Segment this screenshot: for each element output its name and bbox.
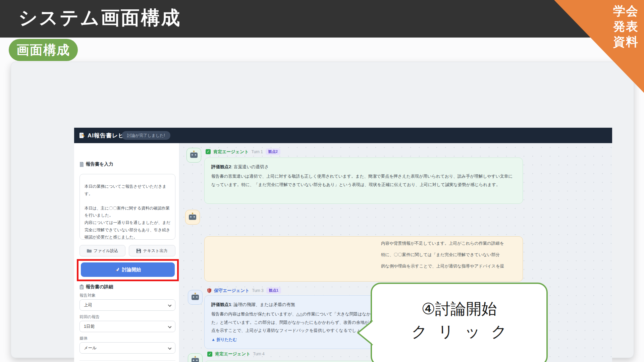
message-title: 評価観点2: 言葉遣いの適切さ [211, 163, 516, 171]
agent-name: 保守エージェント [214, 288, 250, 294]
message-header: ✓ 肯定エージェント Turn 4 [207, 351, 265, 357]
callout-text-line1: ④討論開始 [372, 299, 546, 319]
check-icon: ✓ [206, 149, 211, 154]
robot-icon [192, 358, 199, 362]
check-icon: ✓ [207, 352, 212, 357]
collapse-link[interactable]: ▲ 折りたたむ [211, 336, 237, 344]
chevron-down-icon [168, 303, 172, 307]
message-body: 報告書の言葉遣いは適切で、上司に対する敬語も正しく使用されています。また、簡潔で… [211, 172, 516, 189]
sidebar: 報告書を入力 本日の業務についてご報告させていただきます。 本日は、主に〇〇案件… [74, 143, 179, 362]
message-header: 保守エージェント Turn 3 観点1 [207, 287, 281, 294]
agent-name: 肯定エージェント [215, 351, 251, 357]
report-target-select[interactable]: 上司 [79, 299, 175, 311]
robot-icon [192, 295, 199, 300]
agent-avatar [186, 148, 201, 163]
start-discussion-button[interactable]: 討論開始 [81, 262, 175, 277]
message-body-fragment: 特に、〇〇案件に関しては「まだ完全に理解できていない部分 [381, 251, 500, 259]
agent-avatar [185, 210, 200, 225]
rocket-icon [115, 267, 119, 272]
section-badge: 画面構成 [9, 39, 78, 61]
ribbon-text: 学会 発表 資料 [613, 3, 639, 50]
message-bubble: 評価観点2: 言葉遣いの適切さ 報告書の言葉遣いは適切で、上司に対する敬語も正し… [204, 158, 523, 204]
viewpoint-badge: 観点2 [266, 148, 280, 155]
document-icon [79, 162, 84, 167]
message-body-fragment: 的な例や理由を示すことで、上司が適切な指導やアドバイスを提 [381, 262, 504, 270]
agent-avatar [188, 353, 203, 362]
robot-icon [190, 153, 198, 158]
chevron-down-icon [168, 325, 172, 328]
turn-label: Turn 3 [252, 288, 264, 293]
turn-label: Turn 1 [252, 149, 263, 154]
memo-icon [79, 132, 85, 138]
status-badge: 討論が完了しました! [122, 131, 170, 140]
chevron-down-icon [168, 346, 172, 350]
screenshot-card: AI報告書レビュー 討論が完了しました! 報告書を入力 本日の業務についてご報告… [11, 62, 634, 358]
callout-text-line2: クリック [372, 321, 546, 342]
report-textarea[interactable]: 本日の業務についてご報告させていただきます。 本日は、主に〇〇案件に関する資料の… [79, 174, 175, 240]
medium-label: 媒体 [79, 336, 88, 341]
app-header: AI報告書レビュー 討論が完了しました! [74, 128, 612, 143]
report-details-heading: 報告書の詳細 [79, 284, 113, 290]
presentation-slide: システム画面構成 画面構成 AI報告書レビュー 討論が完了しました! [0, 0, 644, 362]
shield-icon [207, 288, 211, 293]
clipboard-icon [79, 285, 84, 290]
chat-area: ✓ 肯定エージェント Turn 1 観点2 評価観点2: 言葉遣いの適切さ 報告… [179, 143, 612, 362]
message-body-fragment: 内容や背景情報が不足しています。上司がこれらの作業の詳細を [381, 239, 504, 247]
divider [79, 360, 175, 361]
slide-title-bar: システム画面構成 [0, 0, 644, 38]
annotation-callout: ④討論開始 クリック [371, 283, 548, 362]
app-window: AI報告書レビュー 討論が完了しました! 報告書を入力 本日の業務についてご報告… [74, 128, 612, 362]
message-header: ✓ 肯定エージェント Turn 1 観点2 [206, 148, 280, 155]
agent-avatar [188, 290, 203, 305]
floppy-disk-icon [137, 249, 141, 253]
folder-icon [87, 249, 92, 253]
turn-label: Turn 4 [253, 352, 265, 356]
slide-title: システム画面構成 [18, 5, 181, 31]
previous-report-select[interactable]: 1日前 [79, 321, 175, 332]
robot-icon [189, 215, 196, 220]
report-target-label: 報告対象 [79, 293, 96, 298]
previous-report-label: 前回の報告 [79, 314, 100, 320]
report-input-heading: 報告書を入力 [79, 161, 113, 167]
file-load-button[interactable]: ファイル読込 [79, 245, 125, 256]
callout-tail [357, 320, 373, 346]
text-export-button[interactable]: テキスト出力 [129, 245, 175, 256]
message-bubble: 内容や背景情報が不足しています。上司がこれらの作業の詳細を 特に、〇〇案件に関し… [204, 236, 523, 282]
agent-name: 肯定エージェント [213, 149, 249, 155]
viewpoint-badge: 観点1 [266, 287, 281, 294]
medium-select[interactable]: メール [79, 342, 175, 354]
